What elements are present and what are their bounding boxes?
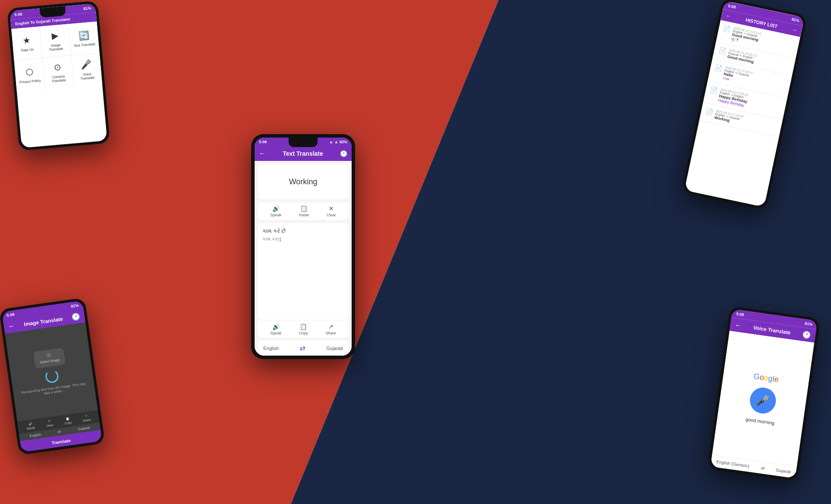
menu-phone: 5:08 81% English To Gujarati Translator … xyxy=(7,0,110,151)
battery-icon: 82% xyxy=(340,140,347,144)
image-clear-btn[interactable]: ✕ Clear xyxy=(45,419,54,427)
menu-phone-screen: 5:08 81% English To Gujarati Translator … xyxy=(10,3,107,148)
voice-icon: 🎤 xyxy=(81,59,92,70)
clear-icon: ✕ xyxy=(329,205,334,212)
menu-voice-label: Voice Translate xyxy=(75,71,99,81)
image-lang-from[interactable]: English xyxy=(29,433,41,438)
voice-lang-swap[interactable]: ⇄ xyxy=(760,465,764,471)
image-copy-btn[interactable]: 📋 Copy xyxy=(64,417,72,425)
text-translate-icon: 🔄 xyxy=(78,29,90,41)
image-back-icon[interactable]: ← xyxy=(8,321,16,330)
image-speak-label: Speak xyxy=(26,426,36,430)
voice-battery: 81% xyxy=(805,321,813,327)
clear-label: Clear xyxy=(327,213,336,217)
history-forward-icon[interactable]: → xyxy=(792,26,798,33)
speak-input-label: Speak xyxy=(270,213,281,217)
translated-alt: કામ કરતું xyxy=(262,236,344,242)
back-icon[interactable]: ← xyxy=(259,150,266,157)
lang-from[interactable]: English xyxy=(263,346,279,351)
menu-item-image[interactable]: ▶ Image Translate xyxy=(40,24,71,58)
share-icon: ↗ xyxy=(328,323,333,330)
output-actions: 🔊 Speak 📋 Copy ↗ Share xyxy=(258,321,348,338)
speak-output-label: Speak xyxy=(270,331,281,335)
voice-lang-from[interactable]: English (Generic) xyxy=(716,459,750,469)
center-phone-screen: 5:08 ▲ ▲ 82% ← Text Translate 🕐 Working … xyxy=(255,138,352,356)
image-lang-to[interactable]: Gujarati xyxy=(78,426,90,431)
image-clear-icon: ✕ xyxy=(48,420,51,424)
translate-output-area: કામ કરે છે કામ કરતું xyxy=(258,223,348,320)
image-lang-swap[interactable]: ⇄ xyxy=(58,430,61,434)
lang-to[interactable]: Gujarati xyxy=(326,346,343,351)
menu-camera-label: Camera Translate xyxy=(47,74,71,84)
select-image-btn[interactable]: 🖼 Select Image xyxy=(33,348,65,369)
menu-item-camera[interactable]: ⊙ Camera Translate xyxy=(43,55,74,89)
google-logo-text: Google xyxy=(753,372,779,384)
menu-image-label: Image Translate xyxy=(44,42,68,52)
status-icons: ▲ ▲ 82% xyxy=(329,140,347,144)
image-share-label: Share xyxy=(83,418,91,423)
menu-status-time: 5:08 xyxy=(14,12,23,17)
speak-input-btn[interactable]: 🔊 Speak xyxy=(270,205,281,217)
voice-result-text: good morning xyxy=(745,417,775,426)
paste-btn[interactable]: 📋 Paste xyxy=(299,205,309,217)
paste-icon: 📋 xyxy=(300,205,307,212)
menu-privacy-label: Privacy Policy xyxy=(19,78,41,84)
image-copy-label: Copy xyxy=(65,421,72,425)
copy-btn[interactable]: 📋 Copy xyxy=(299,323,308,335)
history-icon-2: 📄 xyxy=(718,46,727,55)
center-phone: 5:08 ▲ ▲ 82% ← Text Translate 🕐 Working … xyxy=(251,134,355,359)
image-select-icon: 🖼 xyxy=(47,353,51,358)
menu-item-rate[interactable]: ★ Rate Us xyxy=(11,26,42,60)
image-translate-body: 5:08 81% ← Image Translate 🕐 🖼 Select Im… xyxy=(2,301,102,453)
image-status-time: 5:08 xyxy=(6,312,15,318)
share-label: Share xyxy=(326,331,336,335)
mic-button[interactable]: 🎤 xyxy=(748,386,778,415)
lang-selector: English ⇄ Gujarati xyxy=(258,340,348,356)
copy-icon: 📋 xyxy=(300,323,307,330)
loading-indicator xyxy=(45,369,59,384)
menu-grid: ★ Rate Us ▶ Image Translate 🔄 Text Trans… xyxy=(11,22,102,92)
image-speak-icon: 🔊 xyxy=(28,422,32,426)
paste-label: Paste xyxy=(299,213,309,217)
history-icon[interactable]: 🕐 xyxy=(340,150,347,157)
clear-btn[interactable]: ✕ Clear xyxy=(327,205,336,217)
e-letter: e xyxy=(774,375,779,384)
history-status-icons: 81% xyxy=(791,17,800,23)
camera-icon: ⊙ xyxy=(54,61,62,72)
select-image-label: Select Image xyxy=(39,358,60,364)
input-text: Working xyxy=(289,177,317,186)
wifi-icon: ▲ xyxy=(329,140,333,144)
privacy-icon: ⬡ xyxy=(25,66,33,77)
center-app-header: ← Text Translate 🕐 xyxy=(255,146,352,161)
input-actions: 🔊 Speak 📋 Paste ✕ Clear xyxy=(258,202,348,220)
copy-label: Copy xyxy=(299,331,308,335)
lang-swap-icon[interactable]: ⇄ xyxy=(300,344,305,352)
speak-output-btn[interactable]: 🔊 Speak xyxy=(270,323,281,335)
share-btn[interactable]: ↗ Share xyxy=(326,323,336,335)
text-translate-body: Working 🔊 Speak 📋 Paste ✕ Clear xyxy=(255,161,352,356)
star-icon: ★ xyxy=(22,35,31,45)
image-phone-screen: 5:08 81% ← Image Translate 🕐 🖼 Select Im… xyxy=(2,301,102,453)
translated-main: કામ કરે છે xyxy=(262,228,344,234)
image-speak-btn[interactable]: 🔊 Speak xyxy=(26,422,35,430)
speak-input-icon: 🔊 xyxy=(272,205,280,212)
image-copy-icon: 📋 xyxy=(65,417,70,421)
history-battery: 81% xyxy=(791,17,800,23)
menu-item-text[interactable]: 🔄 Text Translate xyxy=(68,22,99,55)
voice-status-time: 5:08 xyxy=(736,311,744,317)
image-translate-icon: ▶ xyxy=(51,30,58,41)
menu-item-voice[interactable]: 🎤 Voice Translate xyxy=(71,53,102,87)
voice-status-icons: 81% xyxy=(805,321,813,327)
image-history-icon[interactable]: 🕐 xyxy=(71,312,81,322)
phone-notch xyxy=(288,138,317,147)
translate-input-area[interactable]: Working xyxy=(258,164,348,199)
voice-back-icon[interactable]: ← xyxy=(734,321,742,330)
menu-rate-label: Rate Us xyxy=(21,47,34,52)
voice-lang-to[interactable]: Gujarati xyxy=(776,468,791,475)
mic-icon: 🎤 xyxy=(756,394,770,408)
voice-history-icon[interactable]: 🕐 xyxy=(802,330,812,340)
image-share-btn[interactable]: ↗ Share xyxy=(82,414,91,422)
history-icon-1: 📄 xyxy=(723,24,731,32)
menu-item-privacy[interactable]: ⬡ Privacy Policy xyxy=(14,58,45,91)
history-back-icon[interactable]: ← xyxy=(725,13,732,19)
